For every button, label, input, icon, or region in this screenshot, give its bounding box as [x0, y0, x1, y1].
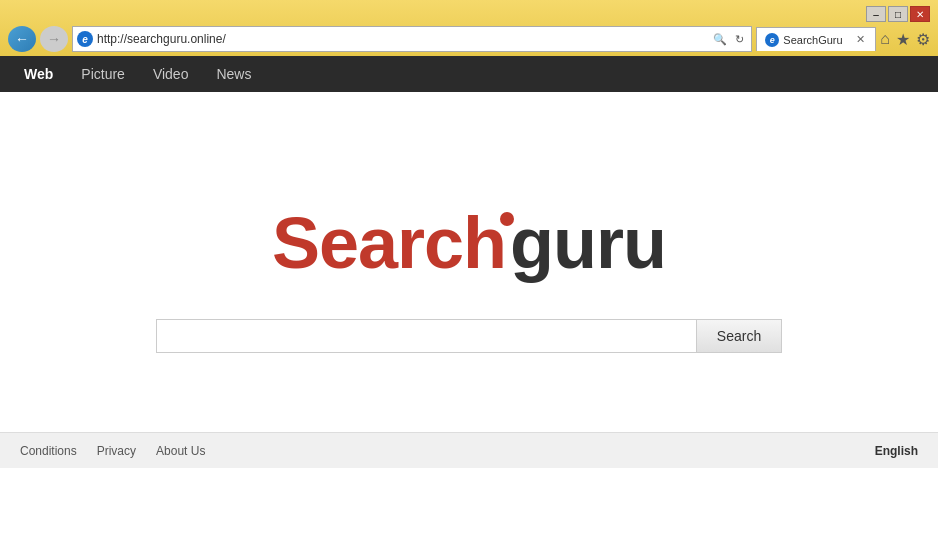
footer: Conditions Privacy About Us English	[0, 432, 938, 468]
nav-video[interactable]: Video	[139, 58, 203, 90]
refresh-button[interactable]: ↻	[732, 32, 747, 47]
back-button[interactable]: ←	[8, 26, 36, 52]
close-button[interactable]: ✕	[910, 6, 930, 22]
search-button[interactable]: Search	[696, 319, 782, 353]
logo-search-text: Search	[272, 203, 506, 283]
forward-button[interactable]: →	[40, 26, 68, 52]
nav-bar: Web Picture Video News	[0, 56, 938, 92]
search-input[interactable]	[156, 319, 696, 353]
logo: Searchguru	[272, 207, 666, 279]
logo-guru-text: guru	[510, 203, 666, 283]
window-chrome: – □ ✕ ← → e http://searchguru.online/ 🔍 …	[0, 0, 938, 56]
settings-button[interactable]: ⚙	[916, 30, 930, 49]
favorites-button[interactable]: ★	[896, 30, 910, 49]
footer-conditions[interactable]: Conditions	[20, 444, 77, 458]
window-controls: – □ ✕	[866, 6, 930, 22]
address-icons: 🔍 ↻	[710, 32, 747, 47]
title-bar: – □ ✕	[8, 6, 930, 22]
browser-tab[interactable]: e SearchGuru ✕	[756, 27, 876, 51]
tab-title: SearchGuru	[783, 34, 850, 46]
ie-icon: e	[77, 31, 93, 47]
nav-picture[interactable]: Picture	[67, 58, 139, 90]
nav-web[interactable]: Web	[10, 58, 67, 90]
url-text: http://searchguru.online/	[97, 32, 706, 46]
footer-about-us[interactable]: About Us	[156, 444, 205, 458]
tab-ie-icon: e	[765, 33, 779, 47]
main-content: Searchguru Search	[0, 92, 938, 468]
minimize-button[interactable]: –	[866, 6, 886, 22]
home-button[interactable]: ⌂	[880, 30, 890, 48]
search-container: Search	[156, 319, 782, 353]
footer-privacy[interactable]: Privacy	[97, 444, 136, 458]
nav-news[interactable]: News	[202, 58, 265, 90]
maximize-button[interactable]: □	[888, 6, 908, 22]
tab-close-button[interactable]: ✕	[854, 33, 867, 46]
address-bar[interactable]: e http://searchguru.online/ 🔍 ↻	[72, 26, 752, 52]
logo-dot	[500, 212, 514, 226]
browser-chrome: – □ ✕ ← → e http://searchguru.online/ 🔍 …	[0, 0, 938, 468]
search-addr-icon[interactable]: 🔍	[710, 32, 730, 47]
footer-links: Conditions Privacy About Us	[20, 444, 205, 458]
footer-language: English	[875, 444, 918, 458]
